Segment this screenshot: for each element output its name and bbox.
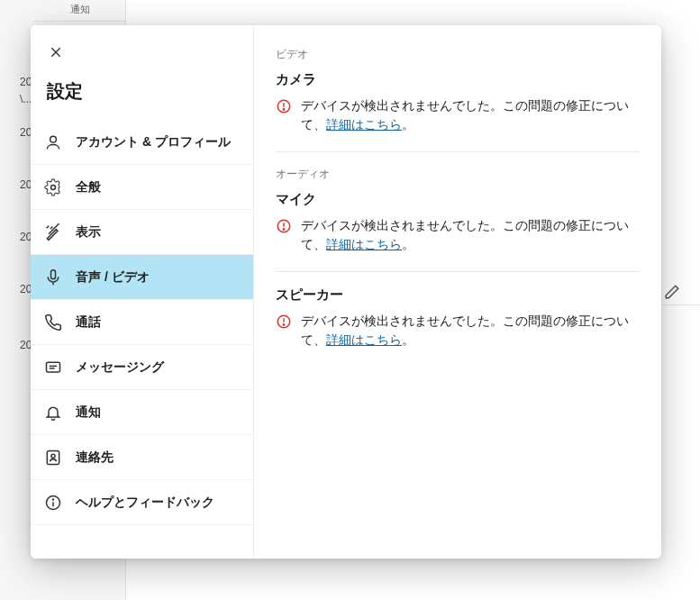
nav-account[interactable]: アカウント & プロフィール [31,120,253,165]
gear-icon [43,177,63,197]
section-video-label: ビデオ [276,47,640,62]
phone-icon [43,313,63,332]
bell-icon [43,403,63,423]
camera-status-row: デバイスが検出されませんでした。この問題の修正について、詳細はこちら。 [276,97,640,152]
speaker-heading: スピーカー [276,286,640,304]
nav-calling[interactable]: 通話 [31,300,253,345]
svg-point-3 [51,185,56,189]
speaker-status-text: デバイスが検出されませんでした。この問題の修正について、詳細はこちら。 [301,313,640,350]
settings-title: 設定 [47,79,237,104]
nav-label: 通話 [76,314,101,331]
learn-more-link[interactable]: 詳細はこちら [326,238,402,251]
mic-status-text: デバイスが検出されませんでした。この問題の修正について、詳細はこちら。 [301,217,640,255]
person-icon [43,132,63,152]
svg-point-9 [51,454,55,458]
wand-icon [43,223,63,242]
alert-icon [276,98,292,114]
alert-icon [276,314,292,330]
svg-point-21 [283,323,284,324]
info-icon [43,493,63,513]
nav-contacts[interactable]: 連絡先 [31,435,253,480]
bg-tab-notifications: 通知 [34,0,126,22]
edit-icon[interactable] [664,284,680,300]
svg-point-15 [283,109,284,110]
svg-rect-5 [47,362,60,372]
nav-label: 連絡先 [76,450,114,466]
mic-heading: マイク [276,191,640,208]
contacts-icon [43,448,63,468]
svg-point-2 [50,136,57,142]
nav-appearance[interactable]: 表示 [31,210,253,255]
nav-audio-video[interactable]: 音声 / ビデオ [31,255,253,300]
nav-label: ヘルプとフィードバック [76,495,214,511]
camera-status-text: デバイスが検出されませんでした。この問題の修正について、詳細はこちら。 [301,97,640,135]
settings-modal: 設定 アカウント & プロフィール 全般 表示 [31,25,661,559]
settings-sidebar: 設定 アカウント & プロフィール 全般 表示 [31,25,254,559]
settings-content: ビデオ カメラ デバイスが検出されませんでした。この問題の修正について、詳細はこ… [254,25,661,559]
learn-more-link[interactable]: 詳細はこちら [326,333,402,347]
close-button[interactable] [47,43,65,61]
speaker-status-row: デバイスが検出されませんでした。この問題の修正について、詳細はこちら。 [276,313,640,367]
mic-status-row: デバイスが検出されませんでした。この問題の修正について、詳細はこちら。 [276,217,640,272]
nav-notifications[interactable]: 通知 [31,390,253,435]
nav-label: 表示 [76,224,101,241]
camera-heading: カメラ [276,71,640,88]
nav-label: メッセージング [76,359,164,376]
svg-rect-4 [51,269,56,278]
svg-point-18 [283,229,284,230]
svg-point-12 [53,499,54,500]
nav-general[interactable]: 全般 [31,165,253,210]
message-icon [43,358,63,377]
mic-icon [43,268,63,287]
learn-more-link[interactable]: 詳細はこちら [326,118,402,132]
nav-label: 音声 / ビデオ [76,269,150,286]
alert-icon [276,218,292,234]
nav-label: アカウント & プロフィール [76,134,231,150]
nav-label: 全般 [76,179,101,195]
settings-nav: アカウント & プロフィール 全般 表示 音声 / ビデオ [31,120,253,525]
section-audio-label: オーディオ [276,167,640,182]
nav-messaging[interactable]: メッセージング [31,345,253,390]
nav-help[interactable]: ヘルプとフィードバック [31,480,253,525]
nav-label: 通知 [76,405,101,421]
